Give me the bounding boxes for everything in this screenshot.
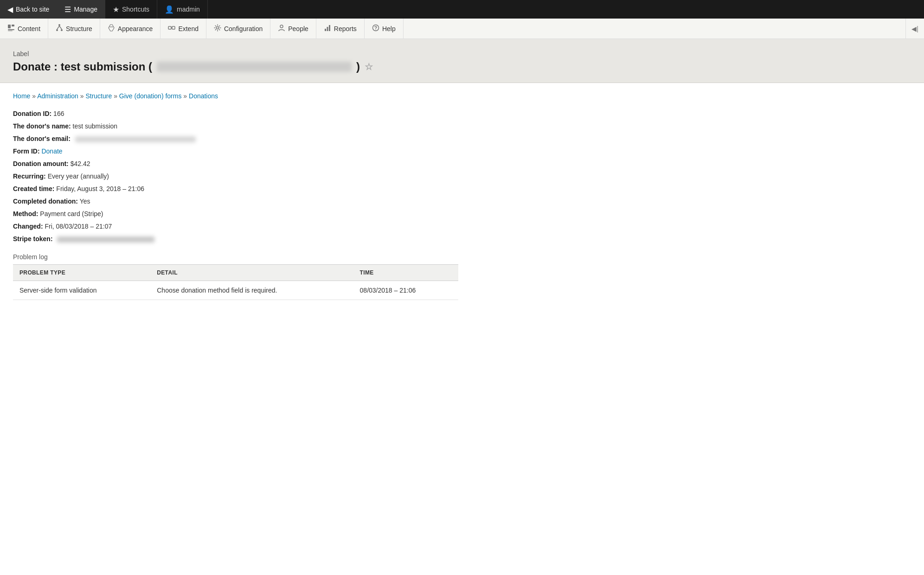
svg-rect-14: [327, 27, 328, 31]
menu-item-configuration[interactable]: Configuration: [206, 19, 270, 38]
favorite-star-icon[interactable]: ☆: [365, 61, 373, 72]
field-recurring: Recurring: Every year (annually): [13, 172, 911, 181]
svg-point-17: [375, 29, 376, 30]
field-created-time: Created time: Friday, August 3, 2018 – 2…: [13, 184, 911, 194]
reports-icon: [324, 24, 331, 33]
field-label-donation-id: Donation ID:: [13, 110, 51, 117]
breadcrumb-administration[interactable]: Administration: [37, 92, 78, 100]
field-donor-email: The donor's email:: [13, 134, 911, 144]
cell-problem-time: 08/03/2018 – 21:06: [353, 281, 458, 300]
help-icon: [372, 24, 379, 33]
breadcrumb-sep-1: »: [32, 92, 37, 100]
menu-item-reports[interactable]: Reports: [316, 19, 365, 38]
svg-rect-9: [168, 26, 171, 29]
field-value-completed-donation: Yes: [80, 198, 90, 205]
svg-rect-15: [329, 25, 330, 31]
appearance-icon: [108, 24, 115, 33]
breadcrumb-sep-4: »: [183, 92, 189, 100]
breadcrumb-structure[interactable]: Structure: [85, 92, 112, 100]
page-title-close-paren: ): [356, 60, 360, 73]
field-value-donor-email-blurred: [75, 136, 196, 142]
collapse-icon: ◀|: [911, 25, 918, 32]
field-form-id: Form ID: Donate: [13, 147, 911, 156]
field-changed: Changed: Fri, 08/03/2018 – 21:07: [13, 222, 911, 231]
star-icon: ★: [113, 5, 119, 14]
hamburger-icon: ☰: [64, 5, 71, 14]
admin-bar: ◀ Back to site ☰ Manage ★ Shortcuts 👤 ma…: [0, 0, 924, 19]
menu-item-extend[interactable]: Extend: [160, 19, 206, 38]
svg-point-11: [216, 27, 218, 29]
svg-point-6: [61, 29, 63, 31]
menu-item-content[interactable]: Content: [0, 19, 48, 38]
content-icon: [7, 24, 15, 33]
field-value-donation-id: 166: [53, 110, 64, 117]
breadcrumb-home[interactable]: Home: [13, 92, 30, 100]
menu-item-help[interactable]: Help: [365, 19, 404, 38]
page-title-blurred: [157, 62, 352, 72]
svg-line-7: [57, 26, 59, 29]
back-icon: ◀: [7, 5, 13, 14]
field-value-created-time: Friday, August 3, 2018 – 21:06: [56, 185, 144, 192]
field-value-donation-amount: $42.42: [71, 160, 90, 167]
main-menu: Content Structure Appearance Extend Conf…: [0, 19, 924, 39]
shortcuts-menu-item[interactable]: ★ Shortcuts: [105, 0, 157, 19]
svg-rect-1: [12, 25, 14, 26]
col-header-type: PROBLEM TYPE: [13, 265, 150, 281]
field-value-form-id-link[interactable]: Donate: [41, 147, 62, 155]
field-label-stripe-token: Stripe token:: [13, 235, 53, 243]
field-completed-donation: Completed donation: Yes: [13, 197, 911, 206]
field-donor-name: The donor's name: test submission: [13, 121, 911, 131]
extend-icon: [168, 24, 175, 33]
field-label-donation-amount: Donation amount:: [13, 160, 69, 167]
field-value-recurring: Every year (annually): [48, 172, 109, 180]
svg-rect-3: [8, 31, 13, 31]
svg-line-8: [59, 26, 62, 29]
svg-point-12: [280, 25, 283, 28]
field-value-donor-name: test submission: [73, 122, 117, 130]
field-value-changed: Fri, 08/03/2018 – 21:07: [45, 223, 112, 230]
manage-menu-item[interactable]: ☰ Manage: [57, 0, 105, 19]
page-header: Label Donate : test submission ( ) ☆: [0, 39, 924, 83]
field-label-completed-donation: Completed donation:: [13, 198, 78, 205]
people-icon: [278, 24, 285, 33]
page-label: Label: [13, 50, 911, 58]
user-icon: 👤: [165, 5, 174, 14]
table-row: Server-side form validation Choose donat…: [13, 281, 458, 300]
svg-rect-2: [8, 29, 14, 30]
cell-problem-type: Server-side form validation: [13, 281, 150, 300]
svg-rect-10: [172, 26, 175, 29]
svg-rect-0: [8, 25, 11, 28]
configuration-icon: [214, 24, 221, 33]
back-to-site-link[interactable]: ◀ Back to site: [0, 0, 57, 19]
breadcrumb-sep-3: »: [114, 92, 119, 100]
field-label-created-time: Created time:: [13, 185, 54, 192]
svg-point-5: [56, 29, 58, 31]
field-label-form-id: Form ID:: [13, 147, 40, 155]
page-title-text: Donate : test submission (: [13, 60, 152, 73]
menu-item-people[interactable]: People: [270, 19, 316, 38]
breadcrumb-donations[interactable]: Donations: [189, 92, 218, 100]
menu-item-structure[interactable]: Structure: [48, 19, 100, 38]
field-value-stripe-token-blurred: [57, 236, 154, 243]
field-stripe-token: Stripe token:: [13, 234, 911, 244]
menu-collapse-button[interactable]: ◀|: [905, 19, 924, 38]
problem-log-label: Problem log: [13, 253, 911, 261]
menu-item-appearance[interactable]: Appearance: [100, 19, 161, 38]
field-donation-id: Donation ID: 166: [13, 109, 911, 119]
field-donation-amount: Donation amount: $42.42: [13, 159, 911, 169]
table-header-row: PROBLEM TYPE DETAIL TIME: [13, 265, 458, 281]
problem-log-table: PROBLEM TYPE DETAIL TIME Server-side for…: [13, 264, 458, 300]
field-label-changed: Changed:: [13, 223, 43, 230]
field-label-donor-name: The donor's name:: [13, 122, 71, 130]
cell-problem-detail: Choose donation method field is required…: [150, 281, 353, 300]
breadcrumb: Home » Administration » Structure » Give…: [13, 92, 911, 100]
field-label-method: Method:: [13, 210, 38, 217]
field-label-recurring: Recurring:: [13, 172, 46, 180]
user-menu-item[interactable]: 👤 madmin: [157, 0, 208, 19]
structure-icon: [56, 24, 63, 33]
col-header-time: TIME: [353, 265, 458, 281]
detail-fields: Donation ID: 166 The donor's name: test …: [13, 109, 911, 244]
content-area: Home » Administration » Structure » Give…: [0, 83, 924, 319]
field-value-method: Payment card (Stripe): [40, 210, 103, 217]
breadcrumb-give-forms[interactable]: Give (donation) forms: [119, 92, 182, 100]
